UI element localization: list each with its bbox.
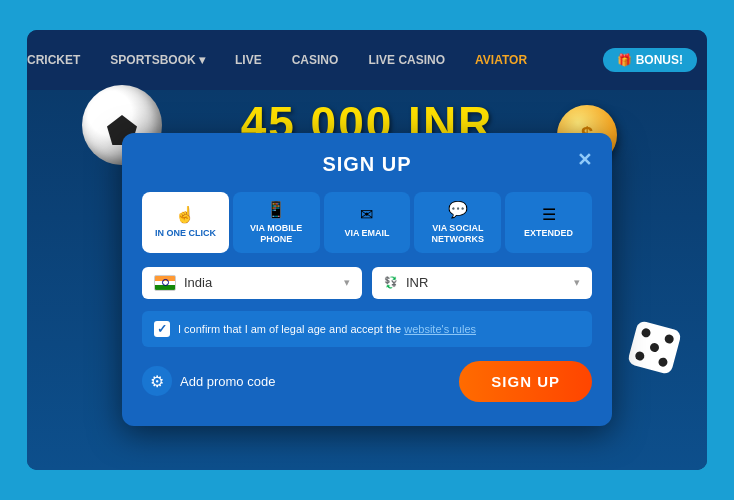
modal-header: SIGN UP ✕	[142, 153, 592, 176]
dice-dot	[641, 327, 652, 338]
dice-dot	[664, 334, 675, 345]
dropdowns-row: India ▾ 💱 INR ▾	[142, 267, 592, 299]
currency-dropdown-left: 💱 INR	[384, 275, 428, 290]
tab-mobile[interactable]: 📱 VIA MOBILE PHONE	[233, 192, 320, 253]
close-button[interactable]: ✕	[577, 149, 592, 171]
nav-cricket[interactable]: CRICKET	[27, 53, 80, 67]
bonus-button[interactable]: 🎁 BONUS!	[603, 48, 697, 72]
terms-checkbox[interactable]: ✓	[154, 321, 170, 337]
nav-live-casino[interactable]: LIVE CASINO	[368, 53, 445, 67]
signup-tabs: ☝ IN ONE CLICK 📱 VIA MOBILE PHONE ✉ VIA …	[142, 192, 592, 253]
tab-mobile-label: VIA MOBILE PHONE	[237, 223, 316, 245]
india-flag	[154, 275, 176, 291]
extended-icon: ☰	[542, 205, 556, 224]
email-icon: ✉	[360, 205, 373, 224]
nav-casino[interactable]: CASINO	[292, 53, 339, 67]
main-frame: CRICKET SPORTSBOOK ▾ LIVE CASINO LIVE CA…	[27, 30, 707, 470]
bottom-row: ⚙ Add promo code SIGN UP	[142, 361, 592, 402]
checkmark-icon: ✓	[157, 322, 167, 336]
rules-link[interactable]: website's rules	[404, 323, 476, 335]
dice-dot	[657, 357, 668, 368]
social-icon: 💬	[448, 200, 468, 219]
currency-icon: 💱	[384, 276, 398, 289]
country-dropdown[interactable]: India ▾	[142, 267, 362, 299]
nav-sportsbook[interactable]: SPORTSBOOK ▾	[110, 53, 205, 67]
nav-aviator[interactable]: Aviator	[475, 53, 527, 67]
country-dropdown-left: India	[154, 275, 212, 291]
tab-extended[interactable]: ☰ EXTENDED	[505, 192, 592, 253]
tab-social[interactable]: 💬 VIA SOCIAL NETWORKS	[414, 192, 501, 253]
tab-one-click-label: IN ONE CLICK	[155, 228, 216, 239]
tab-one-click[interactable]: ☝ IN ONE CLICK	[142, 192, 229, 253]
flag-dot	[162, 279, 169, 286]
dice-dot	[649, 342, 660, 353]
tab-email[interactable]: ✉ VIA EMAIL	[324, 192, 411, 253]
nav-live[interactable]: LIVE	[235, 53, 262, 67]
promo-label: Add promo code	[180, 374, 275, 389]
country-value: India	[184, 275, 212, 290]
gift-icon: 🎁	[617, 53, 632, 67]
gear-icon: ⚙	[142, 366, 172, 396]
dice-dot	[634, 350, 645, 361]
promo-section[interactable]: ⚙ Add promo code	[142, 366, 275, 396]
currency-dropdown[interactable]: 💱 INR ▾	[372, 267, 592, 299]
signup-modal: SIGN UP ✕ ☝ IN ONE CLICK 📱 VIA MOBILE PH…	[122, 133, 612, 426]
terms-row: ✓ I confirm that I am of legal age and a…	[142, 311, 592, 347]
terms-text: I confirm that I am of legal age and acc…	[178, 323, 476, 335]
chevron-down-icon: ▾	[344, 276, 350, 289]
one-click-icon: ☝	[175, 205, 195, 224]
tab-extended-label: EXTENDED	[524, 228, 573, 239]
tab-email-label: VIA EMAIL	[344, 228, 389, 239]
nav-bar: CRICKET SPORTSBOOK ▾ LIVE CASINO LIVE CA…	[27, 30, 707, 90]
mobile-icon: 📱	[266, 200, 286, 219]
tab-social-label: VIA SOCIAL NETWORKS	[418, 223, 497, 245]
signup-button[interactable]: SIGN UP	[459, 361, 592, 402]
chevron-down-icon: ▾	[574, 276, 580, 289]
currency-value: INR	[406, 275, 428, 290]
modal-title: SIGN UP	[322, 153, 411, 176]
